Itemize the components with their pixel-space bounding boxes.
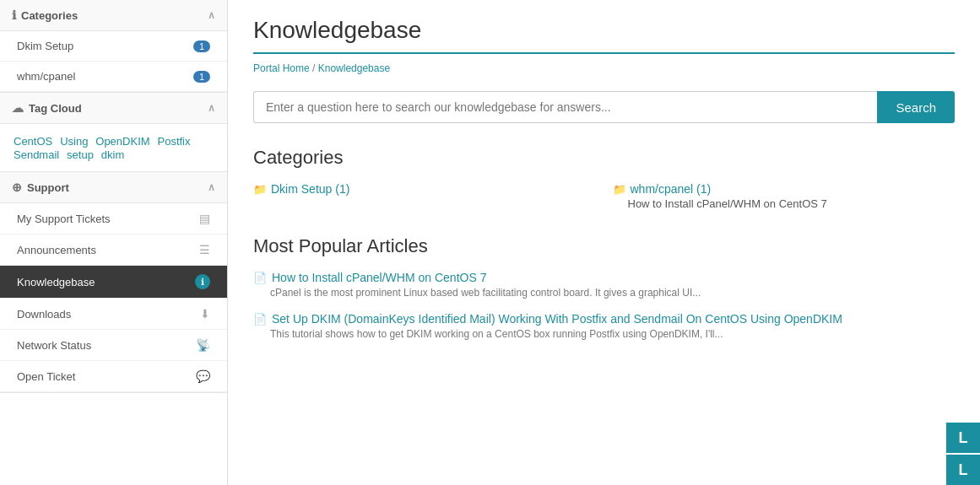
support-collapse-icon[interactable]: ∧ (208, 181, 215, 193)
category-link-dkim[interactable]: 📁 Dkim Setup (1) (253, 182, 349, 196)
sidebar-item-network-status[interactable]: Network Status 📡 (0, 330, 227, 361)
categories-title: Categories (253, 147, 955, 169)
sidebar-item-whm-label: whm/cpanel (17, 70, 75, 83)
main-content: Knowledgebase Portal Home / Knowledgebas… (228, 0, 980, 485)
category-whm-subtext: How to Install cPanel/WHM on CentOS 7 (613, 197, 827, 210)
article-desc-1: This tutorial shows how to get DKIM work… (253, 328, 955, 340)
breadcrumb: Portal Home / Knowledgebase (253, 62, 955, 74)
article-item-1: 📄 Set Up DKIM (DomainKeys Identified Mai… (253, 312, 955, 340)
downloads-icon: ⬇ (200, 307, 210, 321)
open-ticket-icon: 💬 (196, 369, 210, 383)
network-icon: 📡 (196, 338, 210, 352)
sidebar-item-whm-cpanel[interactable]: whm/cpanel 1 (0, 62, 227, 92)
search-button[interactable]: Search (877, 91, 955, 123)
sidebar-item-tickets-label: My Support Tickets (17, 213, 111, 225)
category-dkim-label: Dkim Setup (1) (271, 182, 349, 196)
chat-widget-btn-2[interactable]: L (946, 455, 980, 485)
sidebar-item-downloads-label: Downloads (17, 308, 71, 321)
sidebar-categories-section: ℹ Categories ∧ Dkim Setup 1 whm/cpanel 1 (0, 0, 227, 93)
support-icon: ⊕ (12, 181, 22, 194)
sidebar-tagcloud-label: Tag Cloud (29, 102, 82, 115)
article-link-1[interactable]: 📄 Set Up DKIM (DomainKeys Identified Mai… (253, 312, 955, 326)
sidebar-item-network-label: Network Status (17, 339, 91, 352)
category-whm-label: whm/cpanel (1) (631, 182, 712, 196)
sidebar-categories-list: Dkim Setup 1 whm/cpanel 1 (0, 31, 227, 92)
sidebar-item-announcements[interactable]: Announcements ☰ (0, 234, 227, 266)
tag-opendkim[interactable]: OpenDKIM (95, 135, 149, 148)
article-item-0: 📄 How to Install cPanel/WHM on CentOS 7 … (253, 271, 955, 299)
tag-setup[interactable]: setup (67, 148, 94, 161)
sidebar-item-knowledgebase[interactable]: Knowledgebase ℹ (0, 266, 227, 299)
sidebar-item-open-ticket[interactable]: Open Ticket 💬 (0, 361, 227, 392)
chat-widget-btn-1[interactable]: L (946, 423, 980, 453)
sidebar-tagcloud-content: CentOS Using OpenDKIM Postfix Sendmail s… (0, 124, 227, 171)
folder-icon-whm: 📁 (613, 183, 626, 196)
sidebar-item-downloads[interactable]: Downloads ⬇ (0, 299, 227, 330)
popular-articles: 📄 How to Install cPanel/WHM on CentOS 7 … (253, 271, 955, 340)
categories-grid: 📁 Dkim Setup (1) 📁 whm/cpanel (1) How to… (253, 182, 955, 210)
article-title-0: How to Install cPanel/WHM on CentOS 7 (272, 271, 486, 284)
category-link-whm[interactable]: 📁 whm/cpanel (1) (613, 182, 712, 196)
sidebar-item-kb-label: Knowledgebase (17, 276, 95, 288)
sidebar-tagcloud-section: ☁ Tag Cloud ∧ CentOS Using OpenDKIM Post… (0, 93, 227, 172)
popular-articles-title: Most Popular Articles (253, 235, 955, 257)
tag-sendmail[interactable]: Sendmail (14, 148, 59, 161)
search-bar: Search (253, 91, 955, 123)
doc-icon-1: 📄 (253, 313, 267, 326)
chat-widgets: L L (946, 423, 980, 485)
breadcrumb-separator: / (312, 62, 315, 74)
sidebar-categories-label: Categories (21, 9, 78, 22)
breadcrumb-current[interactable]: Knowledgebase (318, 62, 390, 74)
article-desc-0: cPanel is the most prominent Linux based… (253, 287, 955, 299)
kb-active-badge: ℹ (195, 274, 210, 289)
sidebar-support-header: ⊕ Support ∧ (0, 172, 227, 203)
sidebar-item-dkim-label: Dkim Setup (17, 40, 73, 52)
article-title-1: Set Up DKIM (DomainKeys Identified Mail)… (272, 312, 842, 326)
tag-postfix[interactable]: Postfix (157, 135, 190, 148)
sidebar-tagcloud-header: ☁ Tag Cloud ∧ (0, 93, 227, 124)
sidebar-item-dkim-badge: 1 (193, 40, 210, 52)
info-icon: ℹ (12, 8, 16, 22)
collapse-icon[interactable]: ∧ (208, 9, 215, 21)
sidebar-item-support-tickets[interactable]: My Support Tickets ▤ (0, 203, 227, 234)
sidebar-support-section: ⊕ Support ∧ My Support Tickets ▤ Announc… (0, 172, 227, 393)
article-link-0[interactable]: 📄 How to Install cPanel/WHM on CentOS 7 (253, 271, 955, 284)
tag-dkim[interactable]: dkim (101, 148, 124, 161)
tickets-icon: ▤ (199, 212, 210, 225)
sidebar: ℹ Categories ∧ Dkim Setup 1 whm/cpanel 1… (0, 0, 228, 485)
category-item-dkim: 📁 Dkim Setup (1) (253, 182, 596, 210)
page-title: Knowledgebase (253, 17, 955, 54)
folder-icon-dkim: 📁 (253, 183, 267, 196)
breadcrumb-home[interactable]: Portal Home (253, 62, 310, 74)
sidebar-item-open-ticket-label: Open Ticket (17, 370, 75, 383)
sidebar-item-announcements-label: Announcements (17, 244, 96, 256)
tag-using[interactable]: Using (60, 135, 88, 148)
tagcloud-collapse-icon[interactable]: ∧ (208, 102, 215, 114)
tag-centos[interactable]: CentOS (14, 135, 52, 148)
category-item-whm: 📁 whm/cpanel (1) How to Install cPanel/W… (613, 182, 956, 210)
announcements-icon: ☰ (199, 243, 210, 256)
cloud-icon: ☁ (12, 101, 24, 115)
sidebar-item-dkim-setup[interactable]: Dkim Setup 1 (0, 31, 227, 62)
sidebar-item-whm-badge: 1 (193, 71, 210, 83)
doc-icon-0: 📄 (253, 272, 267, 284)
sidebar-categories-header: ℹ Categories ∧ (0, 0, 227, 31)
search-input[interactable] (253, 91, 877, 123)
sidebar-support-label: Support (27, 181, 69, 194)
